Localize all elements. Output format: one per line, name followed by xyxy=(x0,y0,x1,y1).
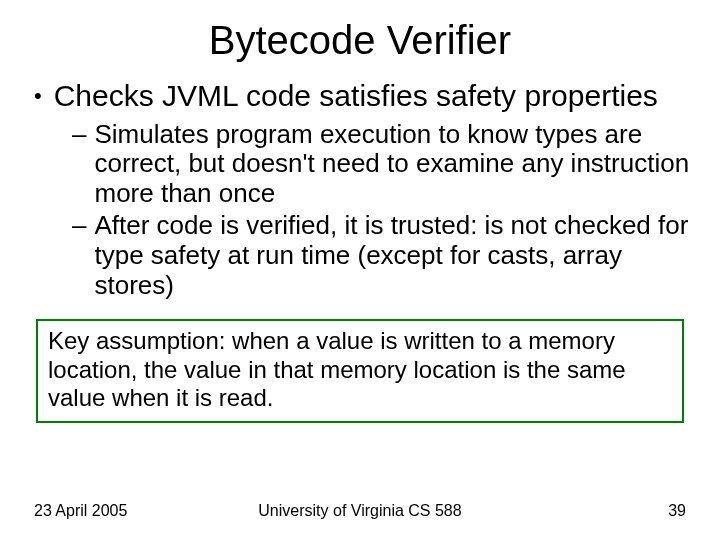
footer-date: 23 April 2005 xyxy=(34,502,127,520)
bullet-dot-icon: • xyxy=(34,79,42,113)
dash-icon: – xyxy=(72,211,86,241)
footer: 23 April 2005 University of Virginia CS … xyxy=(0,502,720,520)
key-assumption-box: Key assumption: when a value is written … xyxy=(36,319,684,423)
sub-bullet-list: – Simulates program execution to know ty… xyxy=(72,120,692,301)
main-bullet: • Checks JVML code satisfies safety prop… xyxy=(34,79,692,114)
sub-bullet: – Simulates program execution to know ty… xyxy=(72,120,692,210)
main-bullet-text: Checks JVML code satisfies safety proper… xyxy=(54,79,658,114)
sub-bullet-text: Simulates program execution to know type… xyxy=(94,120,692,210)
dash-icon: – xyxy=(72,120,86,150)
slide: Bytecode Verifier • Checks JVML code sat… xyxy=(0,0,720,540)
sub-bullet: – After code is verified, it is trusted:… xyxy=(72,211,692,301)
sub-bullet-text: After code is verified, it is trusted: i… xyxy=(94,211,692,301)
slide-title: Bytecode Verifier xyxy=(28,18,692,63)
footer-page: 39 xyxy=(668,502,686,520)
key-assumption-text: Key assumption: when a value is written … xyxy=(48,327,626,412)
